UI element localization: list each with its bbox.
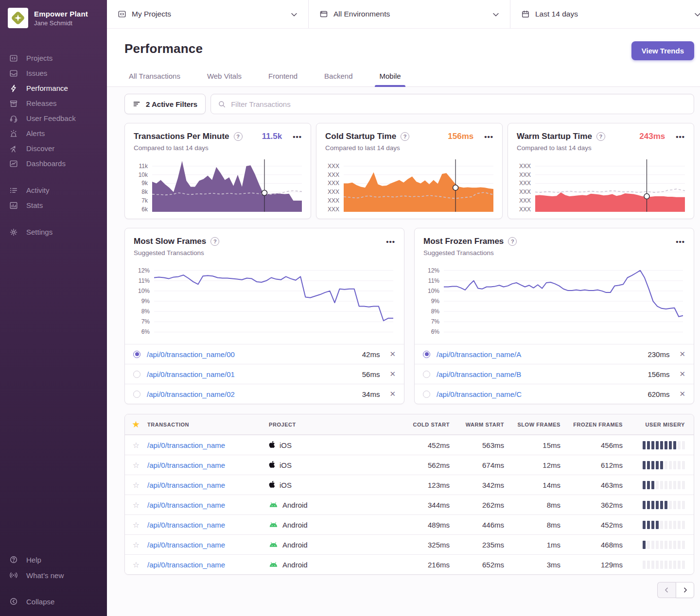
close-icon[interactable]: ✕: [679, 390, 685, 398]
help-icon[interactable]: ?: [508, 237, 517, 246]
y-tick-label: 9k: [141, 180, 148, 187]
tab-web-vitals[interactable]: Web Vitals: [203, 72, 246, 86]
star-outline-icon[interactable]: ☆: [125, 480, 147, 490]
search-box[interactable]: [210, 94, 694, 114]
nav-group: ProjectsIssuesPerformanceReleasesUser Fe…: [0, 51, 107, 171]
org-switcher[interactable]: Empower Plant Jane Schmidt: [0, 0, 107, 33]
close-icon[interactable]: ✕: [679, 370, 685, 378]
transaction-link[interactable]: /api/0/transaction_name: [147, 501, 225, 509]
ellipsis-menu-icon[interactable]: •••: [293, 133, 302, 141]
sidebar-item-settings[interactable]: Settings: [0, 224, 107, 240]
view-trends-button[interactable]: View Trends: [631, 41, 694, 60]
sidebar-item-releases[interactable]: Releases: [0, 96, 107, 111]
tab-all-transactions[interactable]: All Transactions: [124, 72, 185, 86]
misery-bar: [673, 461, 676, 469]
ellipsis-menu-icon[interactable]: •••: [484, 133, 493, 141]
y-tick-label: 9%: [431, 298, 439, 305]
radio-button[interactable]: [133, 391, 140, 398]
metric-cards-row: Transactions Per Minute ? 11.5k ••• Comp…: [124, 123, 694, 219]
star-outline-icon[interactable]: ☆: [125, 441, 147, 450]
help-icon[interactable]: ?: [234, 132, 243, 141]
misery-bar: [647, 561, 650, 569]
transaction-link[interactable]: /api/0/transaction_name: [147, 561, 225, 569]
star-outline-icon[interactable]: ☆: [125, 540, 147, 549]
sidebar-item-projects[interactable]: Projects: [0, 51, 107, 66]
star-outline-icon[interactable]: ☆: [125, 500, 147, 510]
misery-bar: [656, 481, 659, 489]
topbar-filter-all-environments[interactable]: All Environments: [309, 0, 510, 28]
misery-bar: [669, 561, 672, 569]
active-filters-button[interactable]: 2 Active Filters: [124, 94, 206, 114]
metric-card-warm: Warm Startup Time ? 243ms ••• Compared t…: [508, 123, 694, 219]
sidebar-item-what-s-new[interactable]: What’s new: [0, 567, 107, 583]
ellipsis-menu-icon[interactable]: •••: [676, 238, 685, 246]
close-icon[interactable]: ✕: [389, 370, 396, 378]
radio-button[interactable]: [423, 371, 430, 378]
star-outline-icon[interactable]: ☆: [125, 461, 147, 470]
sidebar-item-discover[interactable]: Discover: [0, 141, 107, 156]
transaction-link[interactable]: /api/0/transaction_name: [147, 521, 225, 529]
sidebar-item-alerts[interactable]: Alerts: [0, 126, 107, 141]
sidebar-item-user-feedback[interactable]: User Feedback: [0, 111, 107, 126]
y-tick-label: 8%: [431, 308, 439, 315]
transaction-link[interactable]: /api/0/transaction_name: [147, 461, 225, 469]
help-icon[interactable]: ?: [401, 132, 409, 141]
sidebar-item-collapse[interactable]: Collapse: [0, 594, 107, 609]
transaction-link[interactable]: /api/0/transaction_name: [147, 481, 225, 489]
ellipsis-menu-icon[interactable]: •••: [386, 238, 395, 246]
misery-bar: [673, 501, 676, 509]
chevron-right-icon: [682, 586, 689, 594]
misery-bar: [647, 541, 650, 549]
help-icon[interactable]: ?: [596, 132, 605, 141]
sidebar-item-dashboards[interactable]: Dashboards: [0, 156, 107, 171]
slow-frames-value: 8ms: [504, 521, 560, 529]
sidebar-item-stats[interactable]: Stats: [0, 198, 107, 213]
misery-bar: [656, 441, 659, 449]
close-icon[interactable]: ✕: [679, 350, 685, 359]
topbar-filter-my-projects[interactable]: My Projects: [107, 0, 309, 28]
tab-backend[interactable]: Backend: [320, 72, 357, 86]
slow-frames-value: 14ms: [504, 481, 560, 489]
frozen-frames-value: 456ms: [560, 441, 623, 449]
misery-bar: [660, 441, 663, 449]
sidebar-nav: ProjectsIssuesPerformanceReleasesUser Fe…: [0, 33, 107, 552]
frames-card-slow_frames: Most Slow Frames ? ••• Suggested Transac…: [124, 228, 404, 404]
sidebar-item-performance[interactable]: Performance: [0, 81, 107, 96]
transaction-link[interactable]: /api/0/transaction_name/01: [147, 370, 235, 378]
transaction-link[interactable]: /api/0/transaction_name/B: [437, 370, 521, 378]
topbar-filter-last-14-days[interactable]: Last 14 days: [510, 0, 700, 28]
search-input[interactable]: [231, 100, 687, 108]
sidebar-item-activity[interactable]: Activity: [0, 183, 107, 198]
y-axis: 12%11%10%9%8%7%6%: [423, 264, 444, 337]
misery-bar: [651, 441, 654, 449]
misery-bar: [682, 501, 685, 509]
misery-bar: [656, 461, 659, 469]
radio-button[interactable]: [423, 391, 430, 398]
transaction-link[interactable]: /api/0/transaction_name: [147, 441, 225, 449]
ellipsis-menu-icon[interactable]: •••: [676, 133, 685, 141]
close-icon[interactable]: ✕: [389, 390, 396, 398]
area-chart: [535, 158, 685, 212]
radio-button[interactable]: [133, 371, 140, 378]
tab-mobile[interactable]: Mobile: [375, 72, 405, 86]
radio-button[interactable]: [133, 351, 140, 358]
transaction-link[interactable]: /api/0/transaction_name/00: [147, 350, 235, 359]
tab-frontend[interactable]: Frontend: [264, 72, 302, 86]
star-outline-icon[interactable]: ☆: [125, 520, 147, 530]
misery-bar: [665, 561, 667, 569]
close-icon[interactable]: ✕: [389, 350, 396, 359]
star-icon[interactable]: ★: [125, 420, 147, 429]
transaction-link[interactable]: /api/0/transaction_name/02: [147, 390, 235, 398]
help-icon: [9, 555, 18, 564]
sidebar-item-issues[interactable]: Issues: [0, 66, 107, 81]
help-icon[interactable]: ?: [210, 237, 219, 246]
next-page-button[interactable]: [676, 582, 694, 598]
topbar-filter-label: All Environments: [333, 10, 390, 18]
star-outline-icon[interactable]: ☆: [125, 560, 147, 569]
transaction-link[interactable]: /api/0/transaction_name: [147, 541, 225, 549]
prev-page-button[interactable]: [657, 582, 676, 598]
transaction-link[interactable]: /api/0/transaction_name/C: [437, 390, 522, 398]
radio-button[interactable]: [423, 351, 430, 358]
sidebar-item-help[interactable]: Help: [0, 552, 107, 567]
transaction-link[interactable]: /api/0/transaction_name/A: [437, 350, 521, 359]
